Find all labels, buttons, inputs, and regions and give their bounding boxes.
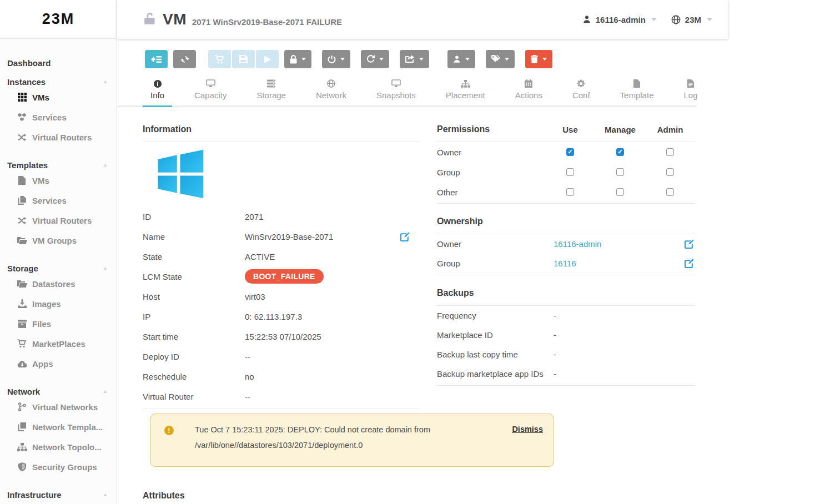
sidebar-item-vm-groups[interactable]: VM Groups <box>0 230 117 250</box>
tab-capacity[interactable]: Capacity <box>187 77 234 107</box>
sidebar-item-datastores[interactable]: Datastores <box>0 274 117 294</box>
sidebar-item-files[interactable]: Files <box>0 314 117 334</box>
file-text-icon <box>687 79 694 88</box>
main-content: Info Capacity Storage Network Snapshots <box>117 39 815 504</box>
info-row-ip: IP 0: 62.113.197.3 <box>143 306 419 326</box>
edit-icon[interactable] <box>685 239 694 249</box>
sidebar-item-vms[interactable]: VMs <box>0 87 117 107</box>
app-logo[interactable]: 23M <box>0 0 117 39</box>
delete-dropdown-button[interactable] <box>525 50 552 68</box>
owner-admin-checkbox[interactable] <box>666 148 674 156</box>
edit-icon[interactable] <box>685 259 694 268</box>
info-circle-icon <box>154 79 162 88</box>
windows-logo <box>154 148 419 201</box>
tab-template[interactable]: Template <box>612 77 662 107</box>
chevron-down-icon <box>707 18 712 21</box>
globe-icon <box>671 15 681 24</box>
permissions-panel: Permissions Use Manage Admin Owner <box>437 119 695 204</box>
tab-conf[interactable]: Conf <box>565 77 598 107</box>
power-dropdown-button[interactable] <box>322 50 350 68</box>
collapse-arrow-icon[interactable]: ▲ <box>103 492 108 497</box>
warning-circle-icon: ! <box>164 426 174 435</box>
owner-link[interactable]: 16116-admin <box>554 239 601 249</box>
group-manage-checkbox[interactable] <box>616 168 624 176</box>
sidebar-item-images[interactable]: Images <box>0 294 117 314</box>
clone-icon <box>17 422 27 432</box>
tab-info[interactable]: Info <box>143 77 172 107</box>
other-manage-checkbox[interactable] <box>616 188 624 196</box>
group-use-checkbox[interactable] <box>566 168 574 176</box>
cloud-download-icon <box>17 359 27 369</box>
backups-panel: Backups Frequency - Marketplace ID - Bac… <box>437 283 695 386</box>
tab-actions[interactable]: Actions <box>507 77 550 107</box>
sidebar-item-network-templates[interactable]: Network Templa... <box>0 417 117 437</box>
owner-manage-checkbox[interactable] <box>616 148 624 156</box>
back-to-list-button[interactable] <box>145 50 168 68</box>
dismiss-link[interactable]: Dismiss <box>512 425 543 434</box>
sidebar-item-dashboard[interactable]: Dashboard <box>0 57 117 68</box>
sidebar-item-services[interactable]: Services <box>0 107 117 127</box>
power-icon <box>328 55 336 64</box>
owner-use-checkbox[interactable] <box>566 148 574 156</box>
labels-dropdown-button[interactable] <box>486 50 515 68</box>
file-icon <box>633 79 640 88</box>
folder-open-icon <box>17 279 27 289</box>
sidebar-item-template-vms[interactable]: VMs <box>0 170 117 190</box>
user-icon <box>582 15 591 24</box>
desktop-icon <box>206 79 215 88</box>
lock-dropdown-button[interactable] <box>284 50 311 68</box>
chevron-down-icon <box>301 58 306 61</box>
host-link[interactable]: virt03 <box>245 292 265 301</box>
zone-menu[interactable]: 23M <box>671 15 712 24</box>
sidebar-item-apps[interactable]: Apps <box>0 354 117 374</box>
user-menu[interactable]: 16116-admin <box>582 15 657 24</box>
cart-icon <box>17 339 27 349</box>
sidebar-section-storage[interactable]: Storage ▲ <box>0 263 117 274</box>
group-link[interactable]: 16116 <box>554 259 576 268</box>
sidebar-item-template-services[interactable]: Services <box>0 190 117 210</box>
grid-icon <box>17 93 27 102</box>
sidebar-section-network[interactable]: Network ▲ <box>0 386 117 397</box>
collapse-arrow-icon[interactable]: ▲ <box>103 162 108 168</box>
info-row-host: Host virt03 <box>143 286 419 306</box>
permissions-title: Permissions <box>437 124 545 134</box>
share-dropdown-button[interactable] <box>400 50 429 68</box>
edit-icon[interactable] <box>400 232 410 241</box>
ownership-row-owner: Owner 16116-admin <box>437 234 695 254</box>
tab-log[interactable]: Log <box>676 77 705 107</box>
collapse-arrow-icon[interactable]: ▲ <box>103 389 108 394</box>
sidebar-section-templates[interactable]: Templates ▲ <box>0 159 117 170</box>
collapse-arrow-icon[interactable]: ▲ <box>103 265 108 271</box>
redo-dropdown-button[interactable] <box>361 50 389 68</box>
tab-storage[interactable]: Storage <box>249 77 294 107</box>
sidebar-item-marketplaces[interactable]: MarketPlaces <box>0 334 117 354</box>
collapse-arrow-icon[interactable]: ▲ <box>103 79 108 84</box>
tab-network[interactable]: Network <box>308 77 354 107</box>
group-admin-checkbox[interactable] <box>666 168 674 176</box>
owner-dropdown-button[interactable] <box>447 50 475 68</box>
refresh-button[interactable] <box>173 50 196 68</box>
sidebar: 23M Dashboard Instances ▲ VMs Services V… <box>0 0 117 504</box>
share-square-icon <box>405 55 415 63</box>
sidebar-item-template-virtual-routers[interactable]: Virtual Routers <box>0 210 117 230</box>
other-admin-checkbox[interactable] <box>666 188 674 196</box>
gear-icon <box>577 79 585 88</box>
info-row-start-time: Start time 15:22:53 07/10/2025 <box>143 326 419 346</box>
sidebar-item-virtual-networks[interactable]: Virtual Networks <box>0 397 117 417</box>
sidebar-item-security-groups[interactable]: Security Groups <box>0 457 117 477</box>
shield-icon <box>17 462 27 472</box>
sidebar-item-network-topologies[interactable]: Network Topolo... <box>0 437 117 457</box>
chevron-down-icon <box>465 58 470 61</box>
sidebar-section-instances[interactable]: Instances ▲ <box>0 76 117 87</box>
info-tab-content: Information ID 2071 <box>117 107 815 504</box>
lock-icon <box>290 55 297 64</box>
info-row-name: Name WinSrv2019-Base-2071 <box>143 226 419 246</box>
backup-row-marketplace-app-ids: Backup marketplace app IDs - <box>437 364 695 384</box>
sidebar-section-infrastructure[interactable]: Infrastructure ▲ <box>0 489 117 500</box>
sidebar-item-virtual-routers[interactable]: Virtual Routers <box>0 127 117 147</box>
backups-title: Backups <box>437 283 695 306</box>
deploy-error-alert: ! Tue Oct 7 15:23:11 2025: DEPLOY: Could… <box>150 414 554 467</box>
tab-snapshots[interactable]: Snapshots <box>369 77 424 107</box>
other-use-checkbox[interactable] <box>566 188 574 196</box>
tab-placement[interactable]: Placement <box>438 77 493 107</box>
